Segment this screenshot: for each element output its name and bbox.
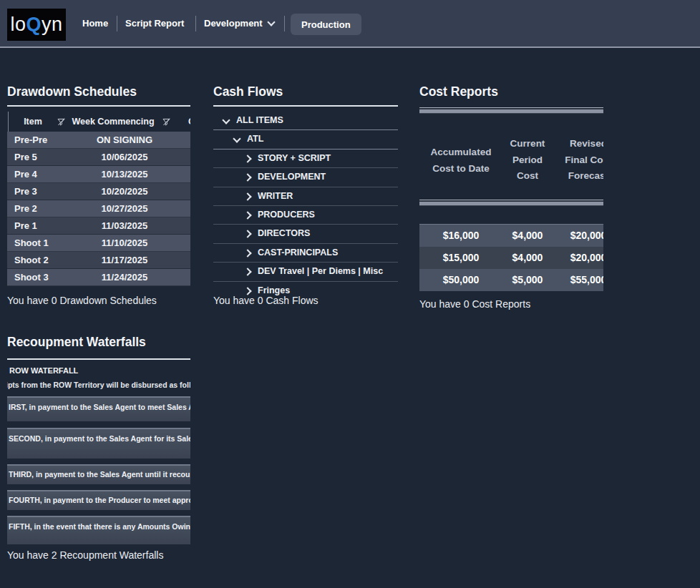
nav-item-script-report-label: Script Report: [125, 18, 184, 29]
app-logo: loQyn: [7, 9, 66, 41]
tree-item-label: CAST-PRINCIPALS: [258, 248, 338, 258]
item-cell: Pre-Pre: [14, 134, 47, 145]
chevron-right-icon: [243, 211, 251, 219]
filter-icon[interactable]: [57, 117, 66, 129]
chevron-right-icon: [243, 268, 251, 275]
nav-item-production-label: Production: [301, 19, 351, 30]
tree-item[interactable]: CAST-PRINCIPALS: [213, 244, 398, 263]
grid-left-border: [8, 112, 9, 132]
waterfall-item[interactable]: FOURTH, in payment to the Producer to me…: [7, 490, 190, 510]
table-row[interactable]: $15,000$4,000$20,000: [419, 247, 603, 269]
cash-flows-footer: You have 0 Cash Flows: [213, 295, 319, 306]
title-underline: [7, 105, 190, 107]
week-commencing-cell: 11/10/2025: [53, 237, 190, 248]
tree-item-label: ATL: [247, 134, 263, 144]
column-header[interactable]: AccumulatedCost to Date: [431, 144, 492, 177]
item-cell: Pre 4: [14, 169, 37, 180]
drawdown-footer: You have 0 Drawdown Schedules: [7, 295, 157, 306]
drawdown-rows: Pre-PreON SIGNINGPre 510/06/2025Pre 410/…: [7, 132, 190, 286]
tree-item-label: DEVELOPMENT: [258, 172, 326, 182]
column-header-clipped[interactable]: C: [188, 117, 190, 127]
cost-value-cell: $20,000: [570, 252, 603, 263]
chevron-right-icon: [243, 174, 251, 182]
tree-item-label: ALL ITEMS: [236, 115, 283, 125]
chevron-right-icon: [243, 192, 251, 200]
table-row[interactable]: $16,000$4,000$20,000: [419, 225, 603, 247]
cost-value-cell: $4,000: [512, 252, 543, 263]
tree-item-label: DEV Travel | Per Diems | Misc: [258, 266, 383, 276]
waterfall-group-header: ROW WATERFALL: [9, 366, 190, 375]
waterfall-item[interactable]: FIFTH, in the event that there is any Am…: [7, 516, 190, 544]
column-header[interactable]: RevisedFinal CostForecast: [565, 136, 603, 185]
tree-item[interactable]: DEV Travel | Per Diems | Misc: [213, 263, 398, 281]
cost-value-cell: $50,000: [443, 274, 480, 285]
tree-item-label: STORY + SCRIPT: [258, 153, 331, 163]
waterfall-group-subheader: ipts from the ROW Territory will be disb…: [7, 381, 190, 389]
week-commencing-cell: ON SIGNING: [53, 134, 190, 145]
recoupment-waterfalls-footer: You have 2 Recoupment Waterfalls: [7, 549, 163, 561]
nav-item-script-report[interactable]: Script Report: [125, 0, 184, 46]
cost-value-cell: $16,000: [443, 230, 480, 241]
tree-item[interactable]: STORY + SCRIPT: [213, 150, 398, 168]
logo-text-pre: lo: [10, 14, 26, 36]
week-commencing-cell: 10/13/2025: [53, 169, 190, 180]
item-cell: Pre 1: [14, 220, 37, 231]
tree-item[interactable]: WRITER: [213, 187, 398, 206]
chevron-right-icon: [243, 287, 251, 295]
recoupment-waterfalls-list: ROW WATERFALL ipts from the ROW Territor…: [7, 363, 190, 551]
chevron-right-icon: [243, 155, 251, 162]
table-row[interactable]: $50,000$5,000$55,000: [419, 269, 603, 291]
app-screen: loQyn Home Script Report Development Pro…: [0, 0, 700, 588]
horizontal-scrollbar[interactable]: [419, 200, 603, 206]
table-row[interactable]: Shoot 211/17/2025: [7, 252, 190, 269]
week-commencing-cell: 10/06/2025: [53, 152, 190, 162]
nav-item-home-label: Home: [82, 18, 108, 29]
drawdown-grid: Item Week Commencing C Pre-PreON SIGNING…: [7, 112, 190, 288]
table-row[interactable]: Shoot 311/24/2025: [7, 269, 190, 286]
logo-accent: Q: [26, 14, 42, 36]
nav-item-production[interactable]: Production: [291, 14, 361, 35]
column-header-item[interactable]: Item: [13, 117, 53, 127]
waterfall-item[interactable]: IRST, in payment to the Sales Agent to m…: [7, 396, 190, 421]
title-underline: [213, 105, 398, 107]
week-commencing-cell: 11/17/2025: [53, 255, 190, 265]
tree-item[interactable]: ALL ITEMS: [213, 112, 398, 130]
nav-item-development[interactable]: Development: [204, 0, 274, 46]
tree-item[interactable]: PRODUCERS: [213, 206, 398, 225]
table-row[interactable]: Pre 210/27/2025: [7, 200, 190, 217]
cost-value-cell: $15,000: [443, 252, 480, 263]
waterfall-item[interactable]: THIRD, in payment to the Sales Agent unt…: [7, 464, 190, 484]
nav-item-home[interactable]: Home: [82, 0, 108, 46]
waterfall-item-text: THIRD, in payment to the Sales Agent unt…: [7, 466, 190, 479]
logo-text-post: yn: [42, 14, 63, 36]
drawdown-grid-header: Item Week Commencing C: [7, 112, 190, 132]
table-row[interactable]: Pre 510/06/2025: [7, 149, 190, 166]
horizontal-scrollbar[interactable]: [419, 107, 603, 114]
chevron-down-icon: [267, 18, 275, 26]
waterfall-item-text: FOURTH, in payment to the Producer to me…: [7, 491, 190, 504]
week-commencing-cell: 11/03/2025: [53, 220, 190, 231]
tree-item[interactable]: ATL: [213, 130, 398, 149]
waterfall-item[interactable]: SECOND, in payment to the Sales Agent fo…: [7, 428, 190, 459]
tree-item-label: PRODUCERS: [258, 210, 315, 220]
recoupment-waterfalls-title: Recoupment Waterfalls: [7, 335, 146, 350]
nav-item-development-label: Development: [204, 18, 263, 29]
table-row[interactable]: Pre 111/03/2025: [7, 217, 190, 235]
table-row[interactable]: Pre-PreON SIGNING: [7, 132, 190, 149]
waterfall-item-text: FIFTH, in the event that there is any Am…: [7, 517, 190, 531]
table-row[interactable]: Pre 410/13/2025: [7, 166, 190, 183]
table-row[interactable]: Pre 310/20/2025: [7, 183, 190, 200]
tree-item[interactable]: DEVELOPMENT: [213, 168, 398, 187]
tree-item[interactable]: DIRECTORS: [213, 225, 398, 243]
nav-separator: [117, 16, 117, 31]
table-row[interactable]: Shoot 111/10/2025: [7, 235, 190, 252]
item-cell: Shoot 1: [14, 237, 49, 248]
column-header-week-commencing[interactable]: Week Commencing: [67, 117, 160, 127]
filter-icon[interactable]: [162, 117, 171, 129]
cost-value-cell: $5,000: [512, 274, 543, 285]
waterfall-item-text: SECOND, in payment to the Sales Agent fo…: [7, 429, 190, 443]
chevron-right-icon: [243, 249, 251, 257]
column-header[interactable]: CurrentPeriodCost: [510, 136, 545, 185]
cost-value-cell: $55,000: [570, 274, 603, 285]
chevron-down-icon: [233, 135, 240, 143]
